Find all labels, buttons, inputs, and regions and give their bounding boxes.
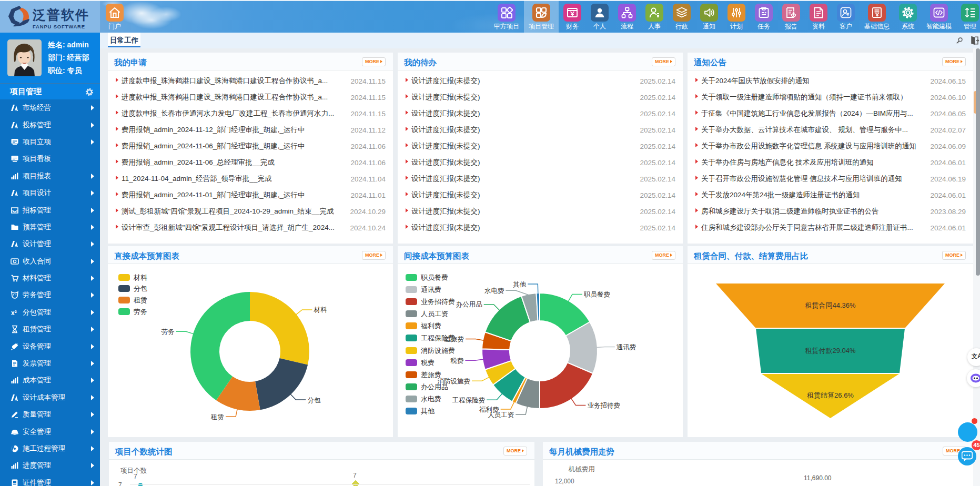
svg-text:业务招待费: 业务招待费 [587, 402, 620, 409]
svg-text:租赁: 租赁 [210, 413, 224, 421]
svg-text:税费: 税费 [450, 357, 463, 364]
svg-text:x²: x² [11, 309, 17, 316]
svg-text:水电费: 水电费 [484, 287, 504, 295]
svg-text:劳务: 劳务 [161, 328, 175, 336]
svg-text:通讯费: 通讯费 [617, 343, 637, 351]
svg-text:材料: 材料 [313, 306, 327, 313]
svg-text:分包: 分包 [307, 397, 321, 404]
svg-text:租赁付款29.04%: 租赁付款29.04% [805, 347, 856, 355]
svg-text:其他: 其他 [513, 281, 527, 288]
svg-text:租赁合同44.36%: 租赁合同44.36% [805, 301, 856, 309]
svg-text:工程保险费: 工程保险费 [452, 397, 486, 404]
svg-text:办公用品: 办公用品 [456, 301, 482, 308]
svg-text:福利费: 福利费 [479, 406, 499, 413]
svg-text:职员餐费: 职员餐费 [583, 291, 610, 298]
svg-text:租赁结算26.6%: 租赁结算26.6% [807, 391, 854, 399]
